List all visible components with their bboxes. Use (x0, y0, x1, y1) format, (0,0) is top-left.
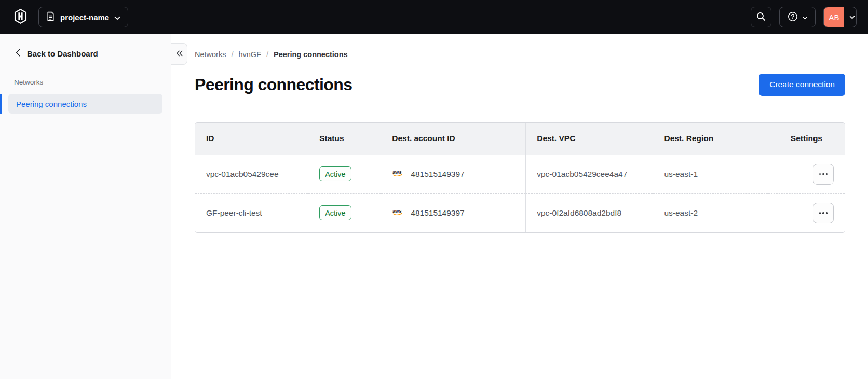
cell-id: GF-peer-cli-test (195, 193, 308, 232)
account-id-value: 481515149397 (411, 170, 464, 179)
ellipsis-icon (819, 212, 828, 214)
project-switcher-button[interactable]: project-name (38, 7, 128, 27)
cell-dest-vpc: vpc-01acb05429cee4a47 (526, 155, 653, 193)
svg-text:aws: aws (392, 208, 402, 214)
chevron-down-icon (114, 13, 120, 22)
status-badge: Active (319, 205, 351, 220)
help-icon (788, 11, 798, 23)
breadcrumb-separator: / (266, 50, 268, 59)
breadcrumb-current: Peering connections (274, 50, 348, 59)
column-header-settings: Settings (768, 123, 845, 155)
account-id-value: 481515149397 (411, 208, 464, 218)
aws-icon: aws (392, 169, 405, 179)
ellipsis-icon (819, 173, 828, 175)
row-settings-button[interactable] (813, 164, 834, 185)
breadcrumb-networks[interactable]: Networks (195, 50, 226, 59)
status-badge: Active (319, 166, 351, 181)
help-menu-button[interactable] (779, 7, 816, 27)
project-switcher-label: project-name (60, 13, 109, 22)
aws-icon: aws (392, 208, 405, 218)
cell-settings (768, 193, 845, 232)
cell-dest-region: us-east-1 (653, 155, 768, 193)
table-header-row: ID Status Dest. account ID Dest. VPC Des… (195, 123, 845, 155)
active-item-indicator (0, 94, 2, 114)
create-connection-button[interactable]: Create connection (759, 74, 845, 96)
hashicorp-logo-icon (13, 9, 28, 25)
column-header-id: ID (195, 123, 308, 155)
cell-dest-region: us-east-2 (653, 193, 768, 232)
collapse-sidebar-icon (176, 50, 183, 58)
table-row: GF-peer-cli-test Active aws (195, 193, 845, 232)
collapse-sidebar-button[interactable] (171, 43, 187, 65)
sidebar: Back to Dashboard Networks Peering conne… (0, 34, 171, 379)
peering-connections-table: ID Status Dest. account ID Dest. VPC Des… (195, 122, 845, 233)
column-header-dest-account-id: Dest. account ID (381, 123, 526, 155)
sidebar-item-label: Peering connections (16, 100, 87, 108)
search-button[interactable] (751, 7, 771, 27)
column-header-dest-vpc: Dest. VPC (526, 123, 653, 155)
document-icon (46, 11, 55, 23)
main-content: Networks / hvnGF / Peering connections P… (171, 34, 868, 379)
search-icon (756, 12, 766, 23)
column-header-dest-region: Dest. Region (653, 123, 768, 155)
column-header-status: Status (308, 123, 381, 155)
cell-status: Active (308, 155, 381, 193)
svg-text:aws: aws (392, 169, 402, 174)
sidebar-item-peering-connections[interactable]: Peering connections (8, 94, 162, 114)
chevron-left-icon (16, 49, 20, 58)
topbar: project-name (0, 0, 868, 34)
breadcrumb: Networks / hvnGF / Peering connections (195, 49, 845, 60)
sidebar-section-networks: Networks (14, 78, 171, 86)
cell-dest-account-id: aws 481515149397 (381, 155, 526, 193)
cell-dest-vpc: vpc-0f2afd6808ad2bdf8 (526, 193, 653, 232)
back-to-dashboard-link[interactable]: Back to Dashboard (16, 47, 171, 60)
cell-settings (768, 155, 845, 193)
chevron-down-icon (848, 16, 856, 19)
back-to-dashboard-label: Back to Dashboard (27, 49, 98, 58)
cell-status: Active (308, 193, 381, 232)
avatar: AB (824, 7, 844, 27)
topbar-actions: AB (751, 7, 857, 27)
breadcrumb-hvngf[interactable]: hvnGF (238, 50, 261, 59)
hashicorp-logo[interactable] (12, 9, 28, 25)
breadcrumb-separator: / (231, 50, 233, 59)
cell-dest-account-id: aws 481515149397 (381, 193, 526, 232)
row-settings-button[interactable] (813, 203, 834, 223)
page-title: Peering connections (195, 75, 352, 94)
cell-id: vpc-01acb05429cee (195, 155, 308, 193)
account-menu-button[interactable]: AB (823, 7, 857, 27)
chevron-down-icon (802, 13, 808, 21)
table-row: vpc-01acb05429cee Active aws (195, 155, 845, 193)
